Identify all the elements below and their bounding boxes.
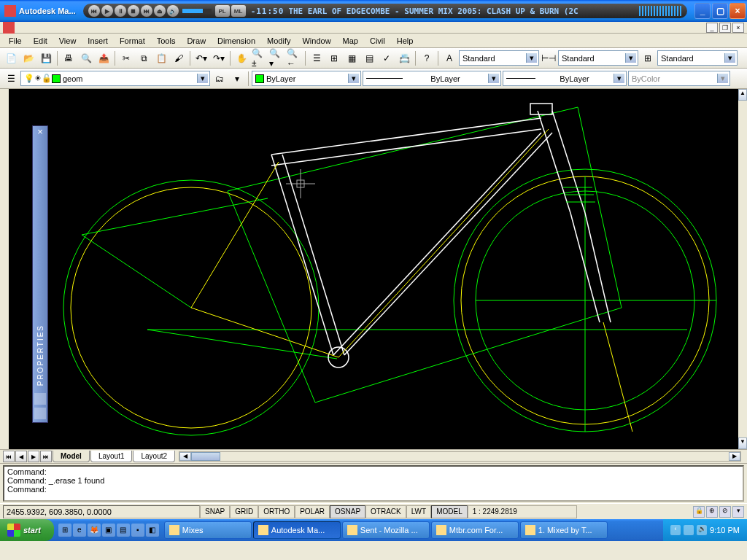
command-prompt[interactable]: Command:: [7, 485, 740, 494]
start-button[interactable]: start: [0, 519, 54, 541]
tray-expand-icon[interactable]: ‹: [670, 525, 681, 535]
tool-palettes-button[interactable]: ▦: [344, 50, 360, 66]
table-style-dropdown[interactable]: Standard▾: [657, 50, 738, 66]
winamp-pl-button[interactable]: PL: [215, 5, 230, 17]
zoom-window-button[interactable]: 🔍▾: [268, 50, 285, 66]
menu-help[interactable]: Help: [391, 35, 419, 47]
properties-palette[interactable]: × PROPERTIES: [32, 125, 48, 423]
palette-close-button[interactable]: ×: [34, 126, 47, 139]
copy-button[interactable]: ⧉: [136, 50, 152, 66]
tray-comm-icon[interactable]: ⊕: [706, 506, 718, 518]
color-dropdown[interactable]: ByLayer▾: [252, 71, 361, 86]
lwt-toggle[interactable]: LWT: [406, 505, 431, 518]
text-style-dropdown[interactable]: Standard▾: [459, 50, 539, 66]
tab-last-button[interactable]: ⏭: [40, 451, 52, 462]
mdi-restore-button[interactable]: ❐: [719, 23, 731, 33]
mdi-minimize-button[interactable]: _: [706, 23, 718, 33]
ql-app3-icon[interactable]: ◧: [146, 524, 159, 537]
cut-button[interactable]: ✂: [118, 50, 134, 66]
tab-layout1[interactable]: Layout1: [90, 451, 133, 462]
osnap-toggle[interactable]: OSNAP: [330, 505, 365, 518]
undo-button[interactable]: ↶▾: [193, 50, 209, 66]
zoom-rt-button[interactable]: 🔍±: [251, 50, 267, 66]
tab-first-button[interactable]: ⏮: [3, 451, 15, 462]
ql-ie-icon[interactable]: e: [73, 524, 86, 537]
winamp-stop-icon[interactable]: ⏹: [128, 5, 139, 17]
layer-previous-button[interactable]: 🗂: [212, 71, 228, 87]
zoom-prev-button[interactable]: 🔍←: [286, 50, 302, 66]
otrack-toggle[interactable]: OTRACK: [365, 505, 406, 518]
dim-style-dropdown[interactable]: Standard▾: [558, 50, 638, 66]
scroll-down-button[interactable]: ▼: [738, 438, 747, 449]
scroll-left-button[interactable]: ◀: [179, 452, 191, 461]
ql-app2-icon[interactable]: ▤: [117, 524, 130, 537]
ql-firefox-icon[interactable]: 🦊: [88, 524, 101, 537]
menu-insert[interactable]: Insert: [82, 35, 114, 47]
save-button[interactable]: 💾: [38, 50, 54, 66]
scale-display[interactable]: 1 : 2249.2819: [468, 505, 577, 518]
tab-prev-button[interactable]: ◀: [15, 451, 27, 462]
ortho-toggle[interactable]: ORTHO: [258, 505, 295, 518]
menu-dimension[interactable]: Dimension: [212, 35, 261, 47]
command-window[interactable]: Command: Command: _.erase 1 found Comman…: [3, 465, 744, 502]
paste-button[interactable]: 📋: [153, 50, 169, 66]
ql-app-icon[interactable]: ▣: [102, 524, 115, 537]
tab-layout2[interactable]: Layout2: [133, 451, 175, 462]
taskbar-item[interactable]: Mtbr.com For...: [431, 521, 519, 539]
pan-button[interactable]: ✋: [233, 50, 249, 66]
palette-menu-icon[interactable]: [34, 408, 46, 419]
new-button[interactable]: 📄: [3, 50, 19, 66]
winamp-seek-slider[interactable]: [182, 9, 212, 13]
layer-manager-button[interactable]: ☰: [3, 71, 19, 87]
winamp-pause-icon[interactable]: ⏸: [115, 5, 126, 17]
match-props-button[interactable]: 🖌: [171, 50, 187, 66]
menu-tools[interactable]: Tools: [151, 35, 182, 47]
design-center-button[interactable]: ⊞: [326, 50, 342, 66]
taskbar-item[interactable]: Mixes: [164, 521, 252, 539]
properties-button[interactable]: ☰: [309, 50, 325, 66]
linetype-dropdown[interactable]: ByLayer▾: [363, 71, 501, 86]
menu-view[interactable]: View: [53, 35, 82, 47]
horizontal-scrollbar[interactable]: ◀ ▶: [179, 451, 741, 462]
mdi-close-button[interactable]: ×: [732, 23, 744, 33]
grid-toggle[interactable]: GRID: [230, 505, 258, 518]
scroll-up-button[interactable]: ▲: [738, 89, 747, 101]
winamp-open-icon[interactable]: ⏏: [154, 5, 166, 17]
menu-modify[interactable]: Modify: [261, 35, 296, 47]
menu-map[interactable]: Map: [337, 35, 364, 47]
polar-toggle[interactable]: POLAR: [295, 505, 330, 518]
window-maximize-button[interactable]: ▢: [712, 3, 728, 19]
layer-states-button[interactable]: ▾: [229, 71, 245, 87]
markup-button[interactable]: ✓: [379, 50, 395, 66]
plot-preview-button[interactable]: 🔍: [78, 50, 94, 66]
menu-file[interactable]: File: [3, 35, 28, 47]
tray-menu-icon[interactable]: ▾: [732, 506, 744, 518]
winamp-bar[interactable]: ⏮ ▶ ⏸ ⏹ ⏭ ⏏ 🔊 PL ML -11:50 THE EARL OF E…: [83, 4, 687, 18]
winamp-next-icon[interactable]: ⏭: [141, 5, 152, 17]
menu-edit[interactable]: Edit: [28, 35, 53, 47]
snap-toggle[interactable]: SNAP: [200, 505, 230, 518]
vertical-scrollbar[interactable]: ▲ ▼: [738, 89, 747, 449]
palette-autohide-icon[interactable]: [34, 393, 46, 405]
ql-desktop-icon[interactable]: ⊞: [58, 524, 71, 537]
winamp-prev-icon[interactable]: ⏮: [88, 5, 100, 17]
menu-window[interactable]: Window: [296, 35, 336, 47]
winamp-play-icon[interactable]: ▶: [101, 5, 113, 17]
tray-volume-icon[interactable]: 🔊: [697, 525, 707, 535]
tab-model[interactable]: Model: [53, 451, 90, 462]
taskbar-item[interactable]: Sent - Mozilla ...: [342, 521, 430, 539]
window-minimize-button[interactable]: _: [694, 3, 711, 19]
tray-comm2-icon[interactable]: ⊘: [719, 506, 731, 518]
publish-button[interactable]: 📤: [96, 50, 112, 66]
menu-civil[interactable]: Civil: [364, 35, 391, 47]
open-button[interactable]: 📂: [20, 50, 36, 66]
menu-format[interactable]: Format: [114, 35, 151, 47]
tray-app-icon[interactable]: [684, 525, 694, 535]
window-close-button[interactable]: ×: [729, 3, 746, 19]
winamp-vol-icon[interactable]: 🔊: [167, 5, 179, 17]
sheet-set-button[interactable]: ▤: [361, 50, 377, 66]
menu-draw[interactable]: Draw: [181, 35, 212, 47]
tab-next-button[interactable]: ▶: [28, 451, 39, 462]
scroll-right-button[interactable]: ▶: [729, 452, 740, 461]
mdi-doc-icon[interactable]: [3, 22, 15, 34]
